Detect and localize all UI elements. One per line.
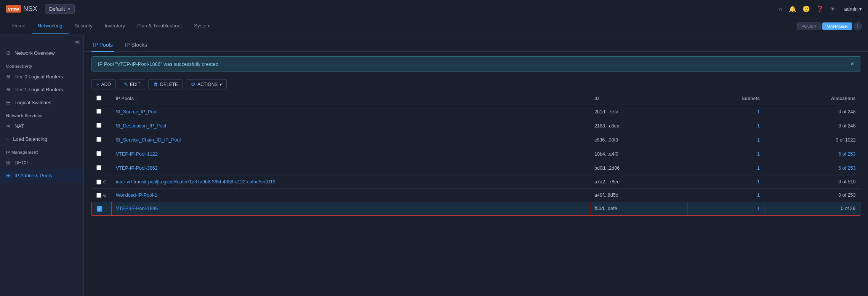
row-pool-id: 2b1d...7efa [590,105,687,119]
manager-button[interactable]: MANAGER [822,22,852,30]
nav-item-plan-troubleshoot[interactable]: Plan & Troubleshoot [131,18,188,34]
tab-ip-pools[interactable]: IP Pools [91,39,114,52]
sidebar-label-nat: NAT [14,123,24,129]
pool-name-link[interactable]: SI_Source_IP_Pool [116,109,157,115]
row-checkbox[interactable]: ✓ [97,206,102,212]
sidebar-label-tier1: Tier-1 Logical Routers [14,87,63,92]
instance-label: Default [49,6,65,12]
sidebar-item-ip-address-pools[interactable]: ⊞ IP Address Pools [0,169,83,182]
search-icon[interactable]: ⌕ [779,6,783,13]
row-checkbox[interactable] [96,180,101,185]
nat-icon: ⇺ [6,123,11,129]
nav-item-networking[interactable]: Networking [32,18,69,34]
sun-icon[interactable]: ☀ [830,5,835,13]
row-checkbox-cell [92,133,111,147]
ip-pools-col-label: IP Pools [116,96,135,101]
sidebar-item-network-overview[interactable]: ⊙ Network Overview [0,46,83,59]
face-icon[interactable]: 🙂 [802,5,810,13]
row-checkbox-cell [92,119,111,133]
bell-icon[interactable]: 🔔 [789,5,796,13]
minus-icon: ⊖ [103,179,107,185]
pool-name-link[interactable]: Workload-IP-Pool-1 [116,193,157,198]
header-subnets[interactable]: Subnets [687,92,764,105]
row-pool-name[interactable]: SI_Source_IP_Pool [111,105,590,119]
nav-item-system[interactable]: System [188,18,216,34]
header-allocations[interactable]: Allocations [764,92,860,105]
sidebar-item-dhcp[interactable]: ⊞ DHCP [0,156,83,169]
username: admin [844,6,858,12]
row-checkbox[interactable] [96,137,101,142]
pool-name-link[interactable]: SI_Service_Chain_ID_IP_Pool [116,137,181,143]
row-checkbox-cell [92,105,111,119]
sidebar-item-load-balancing[interactable]: ≡ Load Balancing [0,132,83,145]
sidebar-item-tier1-routers[interactable]: ⊕ Tier-1 Logical Routers [0,83,83,96]
pool-name-link[interactable]: VTEP-IP-Pool-3862 [116,166,158,171]
notification-close[interactable]: × [850,60,854,67]
row-allocations: 6 of 253 [764,147,860,161]
row-allocations: 0 of 510 [764,175,860,189]
add-icon: + [96,81,99,87]
sidebar-item-logical-switches[interactable]: ⊟ Logical Switches [0,96,83,109]
pool-name-link[interactable]: VTEP-IP-Pool-1122 [116,151,158,157]
row-pool-name[interactable]: VTEP-IP-Pool-3862 [111,161,590,175]
row-checkbox[interactable] [96,165,101,170]
ip-pools-table-wrap: IP Pools ↑ ID Subnets Allocations SI_Sou… [84,92,868,223]
sidebar-label-dhcp: DHCP [14,160,29,166]
row-pool-name[interactable]: inter-vrf-transit-pool|LogicalRouter/1e3… [111,175,590,189]
table-row[interactable]: SI_Source_IP_Pool2b1d...7efa10 of 248 [92,105,860,119]
delete-button[interactable]: 🗑 DELETE [148,79,183,89]
nav-item-home[interactable]: Home [6,18,32,34]
sidebar-item-tier0-routers[interactable]: ⊕ Tier-0 Logical Routers [0,70,83,83]
instance-selector[interactable]: Default ▾ [45,4,75,14]
row-checkbox[interactable] [96,193,101,198]
row-checkbox[interactable] [96,151,101,156]
header-ip-pools[interactable]: IP Pools ↑ [111,92,590,105]
tier0-icon: ⊕ [6,73,11,80]
row-pool-name[interactable]: VTEP-IP-Pool-1122 [111,147,590,161]
row-subnets: 1 [687,119,764,133]
toolbar: + ADD ✎ EDIT 🗑 DELETE ⚙ ACTIONS ▾ [84,76,868,92]
table-row[interactable]: ✓VTEP-IP-Pool-1886f50d...defe10 of 29 [92,202,860,216]
table-row[interactable]: ⊖Workload-IP-Pool-1a49f...8d5c10 of 253 [92,189,860,202]
table-row[interactable]: SI_Destination_IP_Pool2183...c8ea10 of 2… [92,119,860,133]
row-pool-id: 10b4...a4f0 [590,147,687,161]
sidebar-item-nat[interactable]: ⇺ NAT [0,119,83,132]
sidebar-label-load-balancing: Load Balancing [13,136,47,142]
row-checkbox[interactable] [96,109,101,114]
pool-name-link[interactable]: VTEP-IP-Pool-1886 [116,206,158,211]
help-icon[interactable]: ❓ [816,5,824,13]
logical-switches-icon: ⊟ [6,99,11,105]
table-row[interactable]: ⊖inter-vrf-transit-pool|LogicalRouter/1e… [92,175,860,189]
actions-button[interactable]: ⚙ ACTIONS ▾ [186,79,227,89]
pool-name-link[interactable]: inter-vrf-transit-pool|LogicalRouter/1e3… [116,179,275,185]
row-pool-id: f50d...defe [590,202,687,216]
row-subnets: 1 [687,202,764,216]
row-pool-name[interactable]: SI_Service_Chain_ID_IP_Pool [111,133,590,147]
table-row[interactable]: SI_Service_Chain_ID_IP_Poolc836...08f310… [92,133,860,147]
table-row[interactable]: VTEP-IP-Pool-3862bd0d...2d0616 of 253 [92,161,860,175]
row-pool-name[interactable]: VTEP-IP-Pool-1886 [111,202,590,216]
user-menu[interactable]: admin ▾ [844,6,862,12]
pool-name-link[interactable]: SI_Destination_IP_Pool [116,123,166,129]
nav-item-security[interactable]: Security [69,18,99,34]
table-row[interactable]: VTEP-IP-Pool-112210b4...a4f016 of 253 [92,147,860,161]
collapse-icon[interactable]: ≪ [75,39,80,45]
gear-icon: ⚙ [191,81,195,87]
add-button[interactable]: + ADD [91,79,116,89]
row-pool-name[interactable]: Workload-IP-Pool-1 [111,189,590,202]
row-pool-id: a49f...8d5c [590,189,687,202]
nav-item-inventory[interactable]: Inventory [99,18,131,34]
header-id[interactable]: ID [590,92,687,105]
edit-button[interactable]: ✎ EDIT [119,79,145,89]
policy-button[interactable]: POLICY [797,22,821,30]
select-all-checkbox[interactable] [96,95,101,100]
tab-ip-blocks[interactable]: IP Blocks [123,39,149,52]
row-pool-id: bd0d...2d06 [590,161,687,175]
row-pool-name[interactable]: SI_Destination_IP_Pool [111,119,590,133]
edit-label: EDIT [130,82,140,87]
row-checkbox[interactable] [96,123,101,128]
user-chevron-icon: ▾ [859,6,862,12]
content-tabs: IP Pools IP Blocks [84,34,868,52]
row-checkbox-cell: ✓ [92,202,111,216]
info-button[interactable]: i [854,22,862,30]
